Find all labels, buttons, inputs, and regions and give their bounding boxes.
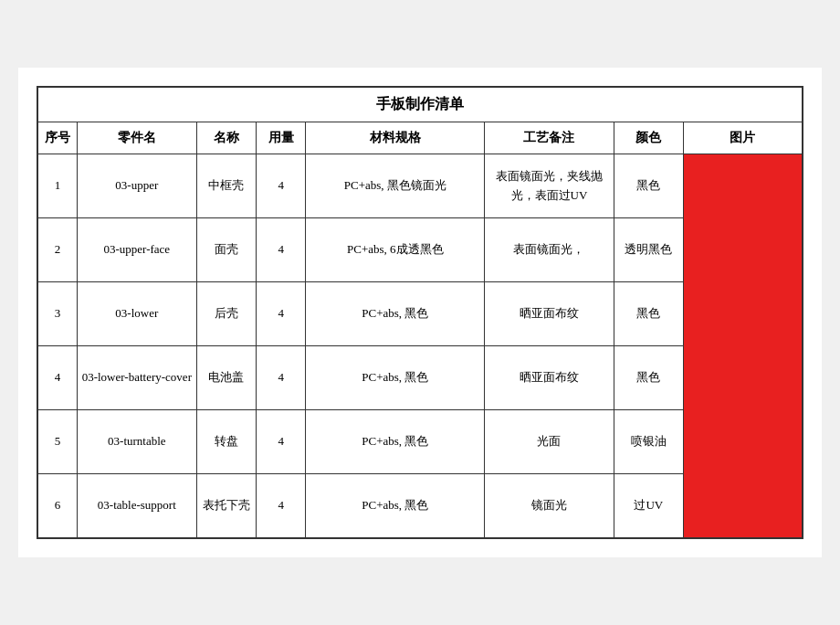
cell-spec-5: PC+abs, 黑色 [306,410,485,474]
cell-part-2: 03-upper-face [78,218,197,282]
cell-part-5: 03-turntable [78,410,197,474]
cell-qty-5: 4 [256,410,305,474]
cell-spec-2: PC+abs, 6成透黑色 [306,218,485,282]
cell-qty-1: 4 [256,154,305,218]
cell-name-1: 中框壳 [196,154,256,218]
image-cell [683,154,803,538]
main-table: 手板制作清单 序号 零件名 名称 用量 材料规格 工艺备注 颜色 图片 1 03… [37,86,803,539]
cell-color-3: 黑色 [614,282,683,346]
cell-process-5: 光面 [485,410,614,474]
page-wrapper: 手板制作清单 序号 零件名 名称 用量 材料规格 工艺备注 颜色 图片 1 03… [18,68,822,557]
cell-part-1: 03-upper [78,154,197,218]
cell-qty-6: 4 [256,474,305,538]
cell-seq-5: 5 [37,410,78,474]
cell-seq-4: 4 [37,346,78,410]
cell-process-2: 表面镜面光， [485,218,614,282]
cell-color-2: 透明黑色 [614,218,683,282]
cell-spec-6: PC+abs, 黑色 [306,474,485,538]
cell-process-3: 晒亚面布纹 [485,282,614,346]
cell-spec-3: PC+abs, 黑色 [306,282,485,346]
cell-name-4: 电池盖 [196,346,256,410]
cell-name-5: 转盘 [196,410,256,474]
cell-name-6: 表托下壳 [196,474,256,538]
cell-name-3: 后壳 [196,282,256,346]
header-name: 名称 [196,122,256,154]
cell-spec-4: PC+abs, 黑色 [306,346,485,410]
cell-qty-2: 4 [256,218,305,282]
header-row: 序号 零件名 名称 用量 材料规格 工艺备注 颜色 图片 [37,122,803,154]
cell-color-5: 喷银油 [614,410,683,474]
cell-color-1: 黑色 [614,154,683,218]
title-row: 手板制作清单 [37,87,803,122]
table-title: 手板制作清单 [37,87,803,122]
cell-spec-1: PC+abs, 黑色镜面光 [306,154,485,218]
cell-color-6: 过UV [614,474,683,538]
table-row: 1 03-upper 中框壳 4 PC+abs, 黑色镜面光 表面镜面光，夹线抛… [37,154,803,218]
cell-seq-3: 3 [37,282,78,346]
cell-process-1: 表面镜面光，夹线抛光，表面过UV [485,154,614,218]
header-seq: 序号 [37,122,78,154]
cell-part-4: 03-lower-battery-cover [78,346,197,410]
cell-seq-1: 1 [37,154,78,218]
cell-part-6: 03-table-support [78,474,197,538]
cell-color-4: 黑色 [614,346,683,410]
cell-name-2: 面壳 [196,218,256,282]
cell-seq-2: 2 [37,218,78,282]
header-process: 工艺备注 [485,122,614,154]
cell-qty-3: 4 [256,282,305,346]
header-color: 颜色 [614,122,683,154]
cell-qty-4: 4 [256,346,305,410]
header-part-code: 零件名 [78,122,197,154]
cell-part-3: 03-lower [78,282,197,346]
cell-process-6: 镜面光 [485,474,614,538]
header-qty: 用量 [256,122,305,154]
cell-seq-6: 6 [37,474,78,538]
header-image: 图片 [683,122,803,154]
header-spec: 材料规格 [306,122,485,154]
cell-process-4: 晒亚面布纹 [485,346,614,410]
